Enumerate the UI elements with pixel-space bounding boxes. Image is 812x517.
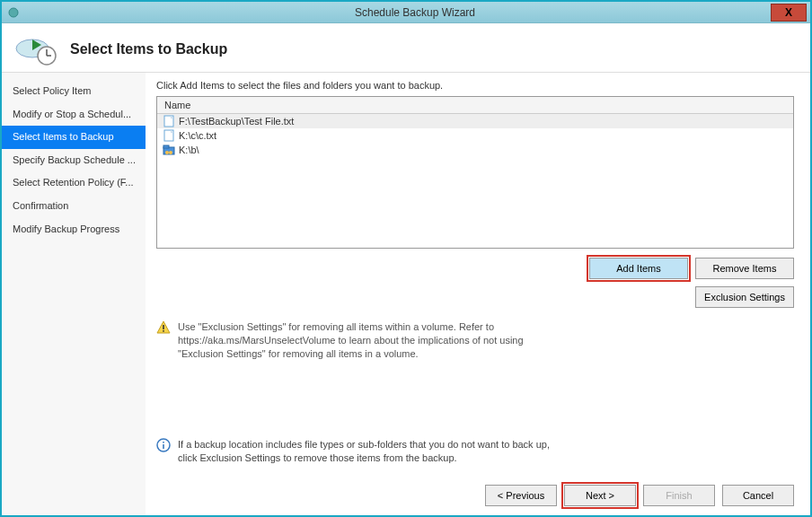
exclusion-row: Exclusion Settings (156, 286, 794, 308)
add-items-button[interactable]: Add Items (589, 258, 688, 279)
sidebar-item-modify-progress[interactable]: Modify Backup Progress (2, 218, 146, 241)
sidebar-item-retention-policy[interactable]: Select Retention Policy (F... (2, 171, 146, 195)
file-icon (163, 129, 175, 142)
info-icon (156, 438, 171, 452)
sidebar-item-confirmation[interactable]: Confirmation (2, 195, 146, 218)
svg-point-0 (9, 8, 18, 17)
list-item-path: F:\TestBackup\Test File.txt (179, 116, 294, 127)
backup-items-list[interactable]: Name F:\TestBackup\Test File.txt K:\c\c.… (156, 96, 794, 249)
warning-icon (156, 320, 171, 335)
sidebar-item-specify-schedule[interactable]: Specify Backup Schedule ... (2, 149, 146, 172)
backup-wizard-icon (14, 32, 59, 66)
wizard-steps-sidebar: Select Policy Item Modify or Stop a Sche… (2, 73, 146, 515)
close-button[interactable]: X (771, 4, 807, 22)
warning-note: Use "Exclusion Settings" for removing al… (156, 320, 794, 361)
wizard-body: Select Policy Item Modify or Stop a Sche… (2, 73, 810, 515)
remove-items-button[interactable]: Remove Items (695, 258, 794, 279)
svg-point-9 (165, 151, 169, 154)
wizard-nav-buttons: < Previous Next > Finish Cancel (156, 478, 794, 506)
info-note: If a backup location includes file types… (156, 438, 794, 465)
page-title: Select Items to Backup (70, 41, 227, 57)
close-icon: X (785, 6, 792, 19)
wizard-main-panel: Click Add Items to select the files and … (146, 73, 810, 515)
cancel-button[interactable]: Cancel (722, 485, 794, 506)
titlebar: Schedule Backup Wizard X (2, 2, 810, 23)
svg-rect-8 (163, 145, 169, 148)
window-title: Schedule Backup Wizard (20, 6, 810, 19)
finish-button: Finish (643, 485, 715, 506)
next-button[interactable]: Next > (564, 485, 636, 506)
list-body: F:\TestBackup\Test File.txt K:\c\c.txt K… (157, 114, 793, 248)
folder-group-icon (163, 144, 175, 156)
exclusion-settings-button[interactable]: Exclusion Settings (695, 286, 794, 308)
svg-rect-12 (163, 330, 164, 332)
previous-button[interactable]: < Previous (485, 485, 557, 506)
app-icon (7, 6, 20, 19)
list-item[interactable]: F:\TestBackup\Test File.txt (157, 114, 793, 128)
sidebar-item-select-items[interactable]: Select Items to Backup (2, 126, 146, 149)
list-item[interactable]: K:\b\ (157, 143, 793, 157)
list-item-path: K:\b\ (179, 145, 199, 155)
svg-point-10 (169, 151, 172, 154)
svg-rect-11 (163, 325, 164, 329)
wizard-header: Select Items to Backup (2, 23, 810, 73)
svg-rect-14 (163, 444, 164, 449)
sidebar-item-modify-stop[interactable]: Modify or Stop a Schedul... (2, 103, 146, 127)
warning-text: Use "Exclusion Settings" for removing al… (178, 320, 564, 361)
wizard-window: Schedule Backup Wizard X Select Items to… (0, 0, 812, 517)
svg-rect-15 (163, 442, 164, 443)
file-icon (163, 115, 175, 127)
instruction-text: Click Add Items to select the files and … (156, 80, 794, 91)
list-item[interactable]: K:\c\c.txt (157, 128, 793, 143)
list-column-header-name[interactable]: Name (157, 97, 793, 114)
sidebar-item-select-policy[interactable]: Select Policy Item (2, 80, 146, 103)
list-buttons-row: Add Items Remove Items (156, 258, 794, 279)
info-text: If a backup location includes file types… (178, 438, 564, 465)
list-item-path: K:\c\c.txt (179, 130, 216, 141)
